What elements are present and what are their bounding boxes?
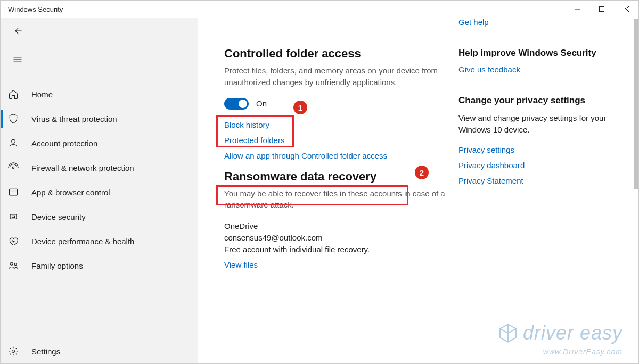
- sidebar-item-label: Device security: [31, 212, 86, 221]
- sidebar-item-label: Home: [31, 90, 53, 99]
- link-protected-folders[interactable]: Protected folders: [224, 136, 448, 145]
- shield-icon: [7, 113, 20, 124]
- link-view-files[interactable]: View files: [224, 260, 448, 269]
- sidebar-item-family[interactable]: Family options: [1, 253, 198, 278]
- sidebar-item-home[interactable]: Home: [1, 82, 198, 106]
- network-icon: [7, 162, 20, 173]
- person-icon: [7, 138, 20, 148]
- svg-point-14: [14, 263, 17, 265]
- svg-point-13: [10, 262, 13, 265]
- link-feedback[interactable]: Give us feedback: [458, 65, 624, 74]
- back-button[interactable]: [12, 26, 198, 38]
- sidebar-item-settings[interactable]: Settings: [1, 339, 198, 363]
- recovery-heading: Ransomware data recovery: [224, 170, 448, 184]
- sidebar-item-label: Firewall & network protection: [31, 163, 134, 172]
- improve-heading: Help improve Windows Security: [458, 48, 624, 59]
- browser-icon: [7, 187, 20, 197]
- privacy-heading: Change your privacy settings: [458, 95, 624, 106]
- sidebar-item-label: Account protection: [31, 139, 97, 148]
- maximize-button[interactable]: [589, 1, 614, 18]
- svg-rect-9: [10, 189, 18, 195]
- svg-point-8: [12, 167, 14, 168]
- sidebar-item-firewall[interactable]: Firewall & network protection: [1, 155, 198, 180]
- sidebar-item-app-browser[interactable]: App & browser control: [1, 180, 198, 204]
- sidebar-item-label: Virus & threat protection: [31, 114, 117, 123]
- cfa-toggle-label: On: [256, 99, 267, 108]
- family-icon: [7, 260, 20, 271]
- home-icon: [7, 89, 20, 100]
- svg-rect-12: [12, 216, 15, 217]
- annotation-badge-1: 1: [293, 101, 307, 114]
- cfa-heading: Controlled folder access: [224, 47, 448, 61]
- chip-icon: [7, 211, 20, 222]
- right-column: Get help Help improve Windows Security G…: [458, 18, 624, 334]
- svg-rect-11: [10, 214, 17, 219]
- heart-icon: [7, 236, 20, 246]
- sidebar-item-label: Family options: [31, 261, 83, 270]
- annotation-badge-2: 2: [415, 166, 429, 179]
- svg-point-7: [12, 139, 15, 143]
- watermark: driver easy www.DriverEasy.com: [497, 322, 622, 356]
- link-get-help[interactable]: Get help: [458, 18, 624, 27]
- close-button[interactable]: [614, 1, 638, 18]
- link-privacy-statement[interactable]: Privacy Statement: [458, 176, 624, 185]
- link-allow-app[interactable]: Allow an app through Controlled folder a…: [224, 151, 448, 160]
- recovery-description: You may be able to recover files in thes…: [224, 188, 448, 211]
- svg-rect-1: [600, 7, 604, 12]
- link-block-history[interactable]: Block history: [224, 120, 448, 129]
- account-email: consensus49@outlook.com: [224, 232, 448, 244]
- title-bar: Windows Security: [1, 1, 638, 18]
- svg-point-15: [12, 350, 15, 353]
- sidebar-item-label: Settings: [31, 347, 60, 356]
- cfa-description: Protect files, folders, and memory areas…: [224, 65, 448, 88]
- cfa-toggle[interactable]: [224, 98, 249, 110]
- link-privacy-dashboard[interactable]: Privacy dashboard: [458, 161, 624, 170]
- vertical-scrollbar[interactable]: [634, 19, 638, 362]
- menu-button[interactable]: [12, 54, 198, 67]
- main-content: Controlled folder access Protect files, …: [198, 18, 638, 363]
- sidebar-item-device-security[interactable]: Device security: [1, 204, 198, 229]
- gear-icon: [7, 346, 20, 357]
- minimize-button[interactable]: [565, 1, 589, 18]
- link-privacy-settings[interactable]: Privacy settings: [458, 145, 624, 154]
- sidebar-item-label: App & browser control: [31, 188, 110, 197]
- sidebar-item-account[interactable]: Account protection: [1, 131, 198, 155]
- sidebar-item-performance[interactable]: Device performance & health: [1, 229, 198, 253]
- sidebar: Home Virus & threat protection Account p…: [1, 18, 198, 363]
- cube-icon: [497, 322, 519, 344]
- window-title: Windows Security: [8, 5, 63, 13]
- sidebar-item-virus-threat[interactable]: Virus & threat protection: [1, 106, 198, 131]
- sidebar-item-label: Device performance & health: [31, 237, 134, 246]
- privacy-description: View and change privacy settings for you…: [458, 112, 624, 136]
- account-name: OneDrive: [224, 220, 448, 232]
- window-controls: [565, 1, 638, 18]
- onedrive-account-block: OneDrive consensus49@outlook.com Free ac…: [224, 220, 448, 255]
- account-note: Free account with individual file recove…: [224, 244, 448, 255]
